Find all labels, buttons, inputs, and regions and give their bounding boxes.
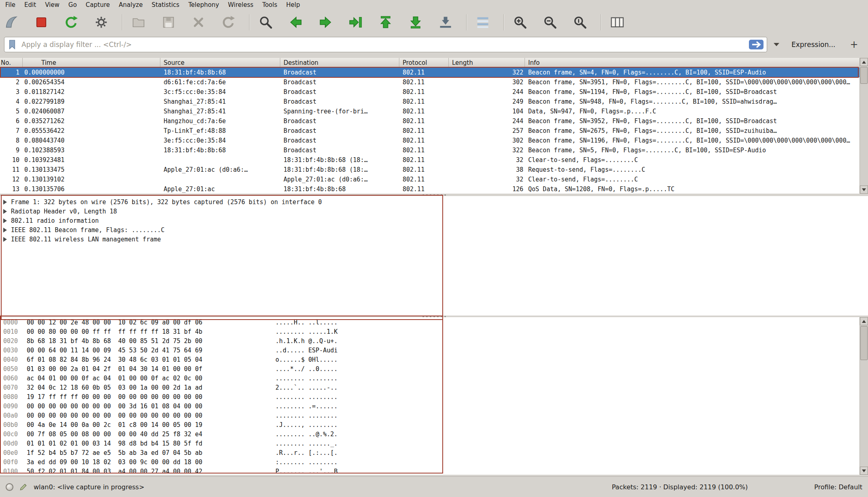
capture-options-button[interactable] xyxy=(92,13,111,32)
column-header-info[interactable]: Info xyxy=(525,58,859,67)
cell-length: 302 xyxy=(449,136,525,145)
scroll-down-button[interactable] xyxy=(860,467,868,475)
packet-row-13[interactable]: 130.130135706Apple_27:01:ac18:31:bf:4b:8… xyxy=(0,184,859,194)
hex-line[interactable]: 007032 04 0c 12 18 60 0b 05 03 00 1a 00 … xyxy=(0,383,859,392)
go-to-bottom-button[interactable] xyxy=(406,13,425,32)
hex-line[interactable]: 00f03a ed dd 09 00 10 18 02 03 00 9c 00 … xyxy=(0,458,859,467)
hex-line[interactable]: 00406f 01 08 82 84 8b 96 24 30 48 6c 03 … xyxy=(0,355,859,365)
restart-capture-button[interactable] xyxy=(62,13,81,32)
menu-item-statistics[interactable]: Statistics xyxy=(147,0,184,9)
menu-item-wireless[interactable]: Wireless xyxy=(224,0,258,9)
packet-row-3[interactable]: 30.0118271423c:f5:cc:0e:35:84Broadcast80… xyxy=(0,87,859,97)
hex-line[interactable]: 005001 03 00 00 2a 01 04 2f 01 04 30 14 … xyxy=(0,365,859,374)
expand-arrow-icon[interactable] xyxy=(3,218,7,223)
column-header-length[interactable]: Length xyxy=(449,58,525,67)
hex-line[interactable]: 00b000 4a 0e 14 00 0a 00 2c 01 c8 00 14 … xyxy=(0,420,859,430)
hex-line[interactable]: 010050 f2 02 01 01 84 00 03 a4 00 00 27 … xyxy=(0,467,859,475)
go-to-packet-button[interactable] xyxy=(346,13,365,32)
zoom-reset-button[interactable] xyxy=(571,13,589,32)
reload-file-button[interactable] xyxy=(219,13,238,32)
menu-item-capture[interactable]: Capture xyxy=(81,0,115,9)
menu-item-analyze[interactable]: Analyze xyxy=(114,0,147,9)
menu-item-file[interactable]: File xyxy=(1,0,20,9)
save-file-button[interactable] xyxy=(159,13,178,32)
go-forward-button[interactable] xyxy=(316,13,335,32)
detail-line[interactable]: 802.11 radio information xyxy=(0,216,868,225)
scrollbar-thumb[interactable] xyxy=(860,67,868,84)
detail-line[interactable]: IEEE 802.11 Beacon frame, Flags: .......… xyxy=(0,225,868,235)
packet-row-10[interactable]: 100.10392348118:31:bf:4b:8b:68 (18:…802.… xyxy=(0,155,859,165)
display-filter-input[interactable] xyxy=(21,40,745,49)
apply-filter-button[interactable] xyxy=(748,39,764,50)
menu-item-edit[interactable]: Edit xyxy=(20,0,41,9)
menu-item-tools[interactable]: Tools xyxy=(258,0,282,9)
display-filter-field[interactable] xyxy=(4,37,767,52)
menu-item-help[interactable]: Help xyxy=(282,0,304,9)
hex-line[interactable]: 003000 00 64 00 11 14 00 09 45 53 50 2d … xyxy=(0,346,859,355)
expand-arrow-icon[interactable] xyxy=(3,237,7,242)
hex-bytes: 00 00 12 00 2e 48 00 00 10 02 6c 09 a0 0… xyxy=(27,318,202,327)
column-header-time[interactable]: Time xyxy=(23,58,160,67)
cell-time: 0.055536422 xyxy=(23,126,160,136)
detail-line[interactable]: Radiotap Header v0, Length 18 xyxy=(0,207,868,216)
scroll-up-button[interactable] xyxy=(860,58,868,66)
menu-item-telephony[interactable]: Telephony xyxy=(184,0,224,9)
go-to-top-button[interactable] xyxy=(376,13,395,32)
auto-scroll-button[interactable] xyxy=(436,13,455,32)
expand-arrow-icon[interactable] xyxy=(3,209,7,214)
expression-button[interactable]: Expression... xyxy=(786,41,841,49)
scrollbar-thumb[interactable] xyxy=(860,326,868,360)
column-header-protocol[interactable]: Protocol xyxy=(399,58,449,67)
go-back-button[interactable] xyxy=(286,13,305,32)
hex-line[interactable]: 0060ac 04 01 00 00 0f ac 04 01 00 00 0f … xyxy=(0,374,859,383)
packet-row-8[interactable]: 80.0804437403e:f5:cc:0e:35:84Broadcast80… xyxy=(0,136,859,145)
hex-line[interactable]: 00d001 01 01 02 01 00 03 14 98 d8 bd b4 … xyxy=(0,439,859,448)
hex-line[interactable]: 001000 00 80 00 00 00 ff ff ff ff ff ff … xyxy=(0,327,859,337)
detail-text: Radiotap Header v0, Length 18 xyxy=(11,208,117,215)
packet-list-scrollbar[interactable] xyxy=(859,58,868,194)
filter-history-dropdown[interactable] xyxy=(771,38,782,51)
packet-row-1[interactable]: 10.00000000018:31:bf:4b:8b:68Broadcast80… xyxy=(0,68,859,77)
hex-line[interactable]: 000000 00 12 00 2e 48 00 00 10 02 6c 09 … xyxy=(0,318,859,327)
profile-button[interactable]: Profile: Default xyxy=(814,483,862,491)
open-file-button[interactable] xyxy=(129,13,148,32)
menu-item-go[interactable]: Go xyxy=(64,0,81,9)
close-file-button[interactable] xyxy=(189,13,208,32)
hex-line[interactable]: 008019 17 ff ff ff 00 00 00 00 00 00 00 … xyxy=(0,392,859,402)
scroll-down-button[interactable] xyxy=(860,186,868,194)
packet-row-5[interactable]: 50.024060087Shanghai_27:85:41Spanning-tr… xyxy=(0,107,859,116)
packet-row-6[interactable]: 60.035271262Hangzhou_cd:7a:6eBroadcast80… xyxy=(0,116,859,126)
zoom-in-button[interactable] xyxy=(511,13,529,32)
menu-item-view[interactable]: View xyxy=(41,0,64,9)
expand-arrow-icon[interactable] xyxy=(3,200,7,205)
packet-row-2[interactable]: 20.002654354d6:61:fe:cd:7a:6eBroadcast80… xyxy=(0,77,859,87)
wireshark-fin-start-capture-button[interactable] xyxy=(2,13,21,32)
hex-line[interactable]: 00c000 7f 08 05 00 08 00 00 00 00 40 dd … xyxy=(0,430,859,439)
colorize-button[interactable] xyxy=(473,13,492,32)
hex-line[interactable]: 009000 00 00 00 00 00 00 00 00 3d 16 01 … xyxy=(0,402,859,411)
stop-capture-button[interactable] xyxy=(32,13,51,32)
zoom-out-button[interactable] xyxy=(541,13,559,32)
detail-line[interactable]: Frame 1: 322 bytes on wire (2576 bits), … xyxy=(0,197,868,207)
packet-row-4[interactable]: 40.022799189Shanghai_27:85:41Broadcast80… xyxy=(0,97,859,107)
expert-info-icon[interactable] xyxy=(6,483,13,491)
detail-line[interactable]: IEEE 802.11 wireless LAN management fram… xyxy=(0,235,868,244)
capture-comment-icon[interactable] xyxy=(19,482,28,491)
column-header-no[interactable]: No. xyxy=(0,58,23,67)
column-header-destination[interactable]: Destination xyxy=(280,58,399,67)
hex-line[interactable]: 00e01f 52 b4 b5 b7 72 ae e5 5b ab 3a ed … xyxy=(0,448,859,458)
packet-bytes-scrollbar[interactable] xyxy=(859,317,868,475)
expand-arrow-icon[interactable] xyxy=(3,228,7,233)
packet-row-9[interactable]: 90.10238859318:31:bf:4b:8b:68Broadcast80… xyxy=(0,145,859,155)
packet-row-7[interactable]: 70.055536422Tp-LinkT_ef:48:88Broadcast80… xyxy=(0,126,859,136)
add-filter-button[interactable]: + xyxy=(845,39,863,50)
hex-line[interactable]: 00a000 00 00 00 00 00 00 00 00 00 00 00 … xyxy=(0,411,859,420)
find-packet-button[interactable] xyxy=(256,13,275,32)
packet-row-11[interactable]: 110.130133475Apple_27:01:ac (d0:a6:…18:3… xyxy=(0,165,859,175)
packet-row-12[interactable]: 120.130139102Apple_27:01:ac (d0:a6:…802.… xyxy=(0,175,859,184)
resize-columns-button[interactable] xyxy=(608,13,627,32)
scroll-up-button[interactable] xyxy=(860,317,868,325)
bookmark-icon[interactable] xyxy=(7,39,17,50)
hex-line[interactable]: 00208b 68 18 31 bf 4b 8b 68 40 00 85 51 … xyxy=(0,337,859,346)
column-header-source[interactable]: Source xyxy=(160,58,280,67)
